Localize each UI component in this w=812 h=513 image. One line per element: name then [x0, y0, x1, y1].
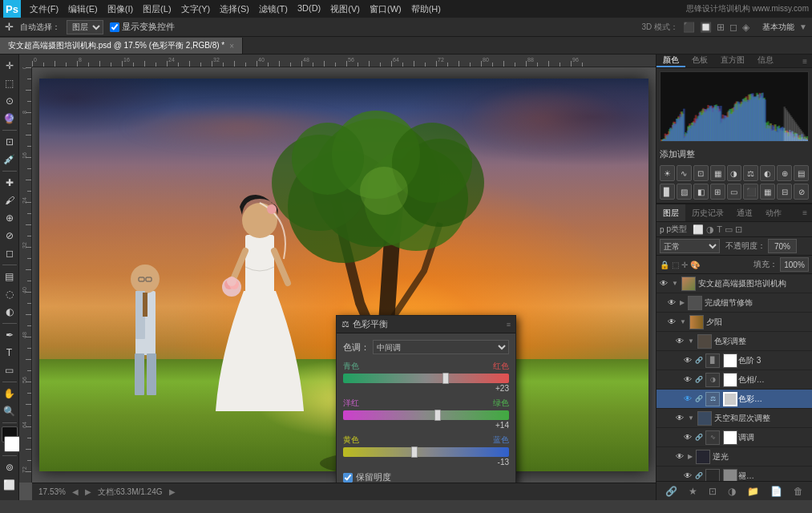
preserve-luminosity-checkbox[interactable] [343, 473, 353, 483]
brush-tool[interactable]: 🖌 [2, 192, 18, 208]
clone-tool[interactable]: ⊕ [2, 210, 18, 226]
healing-tool[interactable]: ✚ [2, 175, 18, 191]
new-adjustment-button[interactable]: ◑ [728, 486, 736, 497]
layer-item-1[interactable]: 👁 ▼ 安文超高端摄图培训机构 [656, 274, 812, 293]
3d-icon-2[interactable]: 🔲 [700, 22, 712, 33]
layer-item-3[interactable]: 👁 ▼ 夕阳 [656, 313, 812, 332]
screen-mode-tool[interactable]: ⬜ [2, 477, 18, 493]
delete-layer-button[interactable]: 🗑 [794, 486, 803, 497]
adj-posterize[interactable]: ⊟ [777, 184, 792, 200]
layer-item-2[interactable]: 👁 ▶ 完成细节修饰 [656, 293, 812, 313]
adj-vibrance[interactable]: ▦ [710, 165, 725, 181]
layer-eye-3[interactable]: 👁 [668, 317, 679, 326]
adj-blackwhite[interactable]: ◐ [760, 165, 775, 181]
quick-mask-tool[interactable]: ⊚ [2, 459, 18, 475]
layer-eye-1[interactable]: 👁 [660, 279, 671, 288]
menu-image[interactable]: 图像(I) [103, 2, 137, 17]
tab-info[interactable]: 信息 [751, 55, 780, 67]
show-transform-label[interactable]: 显示变换控件 [110, 21, 175, 33]
layer-chevron-8[interactable]: ▼ [688, 414, 694, 422]
zoom-tool[interactable]: 🔍 [2, 403, 18, 419]
crop-tool[interactable]: ⊡ [2, 134, 18, 150]
lock-icon-pos[interactable]: ✛ [681, 261, 688, 269]
show-transform-checkbox[interactable] [110, 22, 119, 32]
magenta-green-thumb[interactable] [434, 410, 441, 421]
menu-view[interactable]: 视图(V) [326, 2, 364, 17]
hand-tool[interactable]: ✋ [2, 386, 18, 402]
adj-solid[interactable]: ⬛ [743, 184, 758, 200]
tab-layers[interactable]: 图层 [656, 204, 685, 221]
new-group-button[interactable]: 📁 [747, 486, 759, 497]
lasso-tool[interactable]: ⊙ [2, 93, 18, 109]
eraser-tool[interactable]: ◻ [2, 245, 18, 261]
history-brush-tool[interactable]: ⊘ [2, 228, 18, 244]
3d-icon-1[interactable]: ⬛ [683, 22, 695, 33]
layer-item-8[interactable]: 👁 ▼ 天空和层次调整 [656, 409, 812, 428]
tab-swatches[interactable]: 色板 [685, 55, 714, 67]
layer-item-11[interactable]: 👁 🔗 褪… [656, 467, 812, 481]
dodge-tool[interactable]: ◐ [2, 304, 18, 320]
text-tool[interactable]: T [2, 345, 18, 361]
shape-tool[interactable]: ▭ [2, 362, 18, 378]
layer-chevron-2[interactable]: ▶ [680, 299, 685, 306]
kind-smartobj-icon[interactable]: ⊡ [735, 224, 742, 235]
gradient-tool[interactable]: ▤ [2, 269, 18, 285]
menu-window[interactable]: 窗口(W) [366, 2, 406, 17]
cyan-red-thumb[interactable] [442, 373, 449, 384]
adj-brightness[interactable]: ☀ [660, 165, 675, 181]
adj-selectivecolor[interactable]: ⊞ [710, 184, 725, 200]
selection-tool[interactable]: ⬚ [2, 75, 18, 91]
layer-item-10[interactable]: 👁 ▶ 逆光 [656, 447, 812, 467]
kind-pixel-icon[interactable]: ⬜ [693, 224, 704, 235]
layer-eye-10[interactable]: 👁 [676, 452, 687, 461]
adj-threshold[interactable]: ◧ [693, 184, 709, 200]
tab-close-button[interactable]: × [229, 42, 234, 50]
adj-colorbalance[interactable]: ⚖ [743, 165, 758, 181]
menu-text[interactable]: 文字(Y) [177, 2, 215, 17]
dialog-expand-icon[interactable]: ≡ [507, 321, 511, 329]
adj-pattern[interactable]: ▦ [760, 184, 775, 200]
layer-eye-8[interactable]: 👁 [676, 414, 687, 422]
3d-icon-5[interactable]: ◈ [742, 22, 749, 33]
pen-tool[interactable]: ✒ [2, 327, 18, 343]
menu-filter[interactable]: 滤镜(T) [255, 2, 292, 17]
adj-colorramp[interactable]: ▨ [677, 184, 692, 200]
eyedropper-tool[interactable]: 💉 [2, 151, 18, 168]
blur-tool[interactable]: ◌ [2, 286, 18, 302]
opacity-input[interactable] [768, 239, 797, 253]
adj-gradient[interactable]: ▭ [727, 184, 742, 200]
layer-item-9[interactable]: 👁 🔗 ∿ 调调 [656, 428, 812, 447]
adj-invert[interactable]: ⊘ [794, 184, 809, 200]
layer-eye-7[interactable]: 👁 [684, 394, 695, 403]
lock-icon-pixels[interactable]: ⬚ [672, 261, 679, 269]
layer-item-6[interactable]: 👁 🔗 ◑ 色相/… [656, 370, 812, 390]
layer-item-5[interactable]: 👁 🔗 ▉ 色阶 3 [656, 351, 812, 370]
adj-levels[interactable]: ▉ [660, 184, 675, 200]
magic-wand-tool[interactable]: 🔮 [2, 111, 18, 127]
background-color[interactable] [4, 436, 20, 452]
triangle-right[interactable]: ▶ [85, 487, 91, 496]
adj-photofilter[interactable]: ⊕ [777, 165, 792, 181]
tone-dropdown[interactable]: 阴影 中间调 高光 [373, 340, 509, 354]
adj-channelmixer[interactable]: ▤ [794, 165, 809, 181]
new-layer-button[interactable]: 📄 [770, 486, 782, 497]
layer-chevron-1[interactable]: ▼ [672, 280, 678, 287]
layer-item-7[interactable]: 👁 🔗 ⚖ 色彩… [656, 390, 812, 409]
fill-input[interactable] [780, 257, 809, 272]
layer-eye-11[interactable]: 👁 [684, 471, 695, 480]
lock-icon-art[interactable]: 🎨 [690, 261, 700, 269]
status-info-icon[interactable]: ▶ [169, 487, 176, 496]
layer-eye-9[interactable]: 👁 [684, 433, 695, 442]
tab-history[interactable]: 历史记录 [685, 204, 730, 221]
layer-chevron-10[interactable]: ▶ [688, 453, 693, 460]
layers-list[interactable]: 👁 ▼ 安文超高端摄图培训机构 👁 ▶ 完成细节修饰 👁 ▼ [656, 274, 812, 481]
3d-icon-3[interactable]: ⊞ [717, 22, 725, 33]
blend-mode-dropdown[interactable]: 正常 [660, 239, 720, 253]
menu-3d[interactable]: 3D(D) [293, 2, 325, 17]
tab-histogram[interactable]: 直方图 [714, 55, 751, 67]
auto-select-dropdown[interactable]: 图层 [67, 20, 103, 34]
menu-file[interactable]: 文件(F) [26, 2, 63, 17]
layer-eye-5[interactable]: 👁 [684, 356, 695, 365]
tab-color[interactable]: 颜色 [656, 55, 685, 67]
menu-layer[interactable]: 图层(L) [139, 2, 175, 17]
